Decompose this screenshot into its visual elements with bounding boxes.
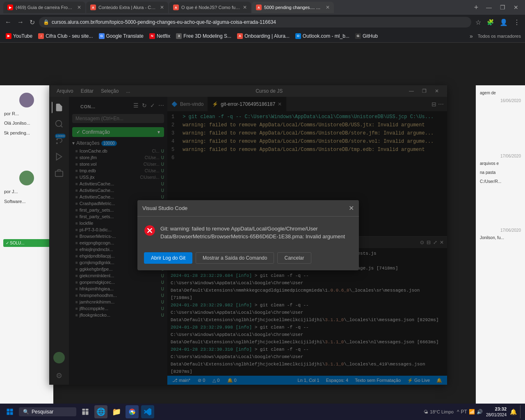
- new-tab-button[interactable]: +: [470, 2, 482, 13]
- bookmark-github[interactable]: G GitHub: [354, 32, 379, 40]
- bookmark-favicon: A: [237, 33, 243, 39]
- bookmark-favicon: 3: [176, 33, 182, 39]
- forum-solution-badge: ✓SOLU...: [3, 239, 50, 247]
- taskview-icon[interactable]: [79, 405, 92, 418]
- restore-button[interactable]: ❐: [497, 4, 509, 11]
- forum-right-sidebar: agem de 16/06/2020 17/06/2020 arquivos e…: [476, 85, 525, 420]
- tab-close-icon[interactable]: ✕: [243, 5, 247, 10]
- browser-tab-tab4[interactable]: A 5000 pending changes.... Eu ac... ✕: [252, 2, 334, 13]
- weather-info: 🌤 18°C Limpo: [424, 409, 454, 414]
- taskbar: 🔍 Pesquisar 🌐 📁 🌤 18°C Limpo ^ PT 📶 🔊 23…: [0, 404, 525, 420]
- dialog-body: Git: warning: failed to remove AppData/L…: [137, 217, 359, 247]
- forum-text-1: Olá Jonilso...: [2, 119, 52, 128]
- tab-bar: ▶ (469) Guia de carreira Front-en... ✕ A…: [0, 0, 525, 15]
- browser-chrome: ▶ (469) Guia de carreira Front-en... ✕ A…: [0, 0, 525, 43]
- bookmark-free-3d-modeling-s...[interactable]: 3 Free 3D Modeling S...: [174, 32, 233, 40]
- bookmark-youtube[interactable]: ▶ YouTube: [4, 32, 34, 40]
- lock-icon: 🔒: [43, 19, 49, 25]
- tab-favicon: A: [90, 5, 96, 10]
- bookmark-favicon: N: [149, 33, 155, 39]
- forum-right-text-5: Jonilson, fu...: [477, 233, 523, 242]
- forum-avatar-1: [19, 93, 34, 107]
- tab-favicon: A: [256, 5, 262, 10]
- forum-date-1: 16/06/2020: [477, 98, 523, 104]
- svg-rect-4: [7, 409, 10, 412]
- svg-rect-6: [7, 412, 10, 415]
- search-icon: 🔍: [23, 409, 29, 415]
- bookmark-favicon: G: [355, 33, 361, 39]
- dialog-overlay: Visual Studio Code ✕ Git: warning: faile…: [49, 85, 447, 385]
- all-bookmarks-button[interactable]: Todos os marcadores: [478, 34, 521, 39]
- tab-close-icon[interactable]: ✕: [326, 5, 330, 10]
- forum-left-sidebar: por R... Olá Jonilso... 5k pending... po…: [0, 85, 53, 420]
- bookmark-netflix[interactable]: N Netflix: [148, 32, 172, 40]
- nav-bar: ← → ↻ 🔒 cursos.alura.com.br/forum/topico…: [0, 15, 525, 30]
- bookmark-outlook.com---ml_b...[interactable]: O Outlook.com - ml_b...: [294, 32, 351, 40]
- tab-favicon: ▶: [7, 5, 13, 10]
- forum-post-label-1: por R...: [2, 109, 52, 119]
- dialog-titlebar: Visual Studio Code ✕: [137, 200, 359, 217]
- network-icon[interactable]: 📶: [469, 409, 475, 415]
- dialog-buttons: Abrir Log do Git Mostrar a Saída do Coma…: [137, 247, 359, 270]
- forum-text-2: 5k pending...: [2, 128, 52, 138]
- forum-right-text-1: agem de: [477, 89, 523, 98]
- forum-right-text-4: C:/User/R...: [477, 177, 523, 186]
- dialog: Visual Studio Code ✕ Git: warning: faile…: [137, 200, 359, 270]
- tab-close-icon[interactable]: ✕: [77, 5, 81, 10]
- address-bar[interactable]: 🔒 cursos.alura.com.br/forum/topico-5000-…: [39, 17, 471, 27]
- bookmark-favicon: G: [99, 33, 105, 39]
- bookmark-google-translate[interactable]: G Google Translate: [97, 32, 145, 40]
- taskbar-search[interactable]: 🔍 Pesquisar: [19, 407, 76, 416]
- bookmark-label: Cifra Club - seu site...: [46, 33, 93, 39]
- bookmark-onboarding-|-alura...[interactable]: A Onboarding | Alura...: [235, 32, 291, 40]
- bookmark-cifra-club---seu-site...[interactable]: ♪ Cifra Club - seu site...: [37, 32, 94, 40]
- back-button[interactable]: ←: [3, 18, 13, 27]
- tab-close-icon[interactable]: ✕: [160, 5, 164, 10]
- taskbar-right: 🌤 18°C Limpo ^ PT 📶 🔊 23:32 28/01/2024 🔔: [424, 405, 522, 418]
- dialog-btn-output[interactable]: Mostrar a Saída do Comando: [196, 252, 274, 264]
- taskbar-vscode-icon[interactable]: [141, 405, 154, 418]
- volume-icon[interactable]: 🔊: [477, 409, 483, 415]
- bookmark-label: YouTube: [13, 33, 32, 39]
- bookmark-label: Google Translate: [106, 33, 144, 39]
- star-icon[interactable]: ☆: [474, 18, 483, 27]
- language-icon[interactable]: PT: [461, 409, 467, 415]
- dialog-error-icon: [144, 225, 155, 239]
- bookmarks-more-button[interactable]: »: [470, 33, 473, 39]
- browser-tab-tab1[interactable]: ▶ (469) Guia de carreira Front-en... ✕: [3, 2, 85, 13]
- forum-date-3: 17/06/2020: [477, 227, 523, 233]
- show-desktop[interactable]: [520, 405, 522, 418]
- dialog-close-button[interactable]: ✕: [349, 204, 354, 212]
- vscode-window: Arquivo Editar Seleção ... Curso de JS —…: [49, 85, 447, 385]
- close-button[interactable]: ✕: [510, 4, 522, 11]
- taskbar-chrome-icon[interactable]: 🌐: [94, 405, 107, 418]
- svg-rect-9: [86, 409, 89, 411]
- dialog-btn-log[interactable]: Abrir Log do Git: [144, 252, 192, 264]
- taskbar-clock[interactable]: 23:32 28/01/2024: [486, 406, 507, 417]
- menu-icon[interactable]: ⋮: [512, 18, 522, 27]
- bookmark-label: Free 3D Modeling S...: [183, 33, 231, 39]
- taskbar-files-icon[interactable]: 📁: [110, 405, 123, 418]
- chevron-icon[interactable]: ^: [457, 409, 459, 415]
- forum-post-label-2: por J...: [2, 187, 52, 196]
- reload-button[interactable]: ↻: [28, 18, 37, 27]
- browser-tab-tab2[interactable]: A Conteúdo Extra | Alura - Cursos... ✕: [86, 2, 168, 13]
- tab-title: 5000 pending changes.... Eu ac...: [264, 5, 323, 10]
- forward-button[interactable]: →: [16, 18, 25, 27]
- svg-rect-11: [86, 411, 89, 415]
- dialog-title: Visual Studio Code: [142, 205, 187, 211]
- tab-title: O que é NodeJS? Como funcio...: [181, 5, 240, 10]
- forum-text-3: Software...: [2, 197, 52, 206]
- browser-tab-tab3[interactable]: A O que é NodeJS? Como funcio... ✕: [169, 2, 251, 13]
- main-content: por R... Olá Jonilso... 5k pending... po…: [0, 85, 525, 420]
- minimize-button[interactable]: —: [483, 4, 495, 11]
- extension-icon[interactable]: 🧩: [485, 18, 495, 26]
- forum-avatar-2: [19, 171, 34, 185]
- dialog-btn-cancel[interactable]: Cancelar: [277, 252, 311, 264]
- svg-rect-8: [82, 409, 85, 411]
- profile-icon[interactable]: 👤: [498, 18, 509, 27]
- notification-icon[interactable]: 🔔: [510, 409, 517, 415]
- start-button[interactable]: [3, 405, 16, 418]
- taskbar-chrome2-icon[interactable]: [126, 405, 139, 418]
- taskbar-time-display: 23:32: [486, 406, 507, 412]
